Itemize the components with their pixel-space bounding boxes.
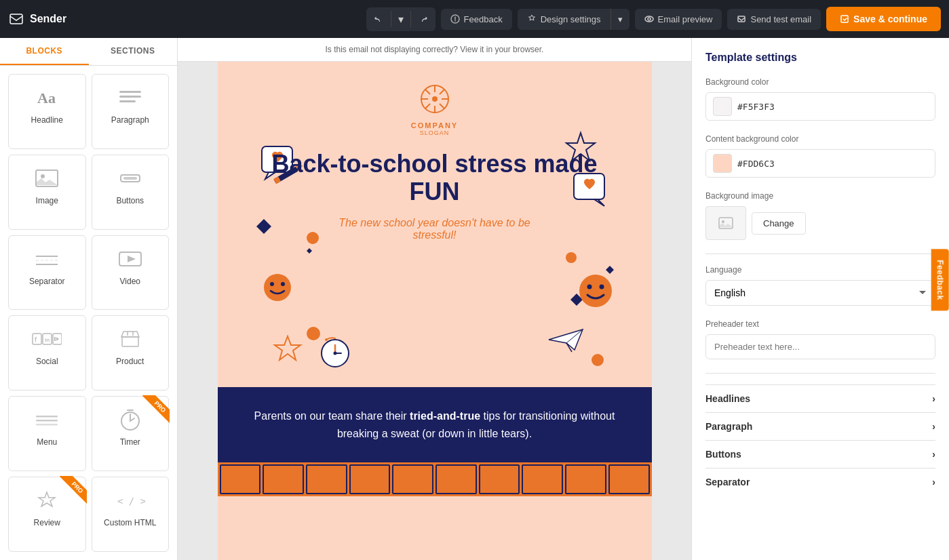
block-review[interactable]: PRO Review: [8, 477, 86, 552]
block-image[interactable]: Image: [8, 155, 86, 230]
bg-image-controls: Change: [705, 206, 935, 240]
grid-cell: [522, 464, 563, 494]
language-select[interactable]: English French German Spanish: [705, 280, 935, 306]
bg-color-label: Background color: [705, 77, 935, 87]
content-bg-color-swatch[interactable]: [713, 154, 732, 173]
svg-rect-7: [119, 91, 141, 93]
block-buttons[interactable]: Buttons: [92, 155, 170, 230]
content-bg-color-label: Content background color: [705, 134, 935, 144]
bg-image-placeholder: [705, 206, 746, 240]
section-separator[interactable]: Separator ›: [705, 468, 935, 496]
grid-cell: [220, 464, 261, 494]
separator-label: Separator: [29, 277, 65, 286]
paragraph-icon: [118, 85, 142, 110]
block-menu[interactable]: Menu: [8, 396, 86, 471]
app-name: Sender: [30, 13, 66, 25]
block-paragraph[interactable]: Paragraph: [92, 74, 170, 149]
deco-circle-3: [565, 252, 577, 266]
block-video[interactable]: Video: [92, 235, 170, 311]
save-continue-button[interactable]: Save & continue: [826, 7, 941, 31]
svg-marker-18: [128, 256, 136, 262]
design-settings-group: Design settings ▾: [518, 9, 630, 30]
section-headlines-label: Headlines: [705, 393, 750, 404]
svg-text:Aa: Aa: [37, 89, 56, 106]
redo-button[interactable]: [411, 8, 435, 30]
svg-point-11: [41, 174, 45, 178]
svg-line-40: [440, 104, 444, 108]
buttons-label: Buttons: [116, 196, 144, 205]
block-product[interactable]: Product: [92, 315, 170, 391]
svg-point-2: [645, 16, 653, 22]
block-headline[interactable]: Aa Headline: [8, 74, 86, 149]
svg-line-42: [425, 104, 430, 108]
svg-marker-24: [56, 337, 59, 341]
customhtml-label: Custom HTML: [104, 518, 156, 527]
svg-point-69: [333, 352, 336, 355]
change-bg-image-button[interactable]: Change: [752, 212, 806, 235]
email-logo-text: COMPANY: [245, 121, 625, 129]
preheader-input[interactable]: [705, 334, 935, 359]
tab-sections[interactable]: SECTIONS: [89, 38, 178, 65]
section-buttons[interactable]: Buttons ›: [705, 440, 935, 468]
preview-notice: Is this email not displaying correctly? …: [326, 45, 544, 54]
svg-rect-25: [54, 337, 56, 341]
save-continue-label: Save & continue: [853, 14, 927, 24]
feedback-sidebar-tab[interactable]: Feedback: [931, 249, 948, 311]
section-separator-label: Separator: [705, 477, 750, 487]
svg-rect-19: [33, 334, 41, 344]
undo-button[interactable]: [366, 8, 391, 30]
bg-color-swatch[interactable]: [713, 97, 732, 116]
svg-line-39: [425, 89, 430, 94]
svg-point-60: [599, 285, 604, 289]
email-hero[interactable]: COMPANY SLOGAN: [218, 62, 652, 387]
video-icon: [118, 247, 142, 271]
content-bg-color-field: Content background color #FDD6C3: [705, 134, 935, 178]
deco-circle-1: [306, 231, 319, 247]
deco-paper-plane: [547, 326, 584, 356]
content-bg-color-value: #FDD6C3: [737, 159, 775, 169]
chevron-down-icon: ›: [932, 449, 935, 460]
section-headlines[interactable]: Headlines ›: [705, 384, 935, 412]
svg-rect-28: [36, 420, 58, 422]
svg-point-70: [325, 338, 328, 341]
tab-blocks[interactable]: BLOCKS: [0, 38, 89, 65]
block-separator[interactable]: Separator: [8, 235, 86, 311]
grid-cell: [306, 464, 347, 494]
email-preview-button[interactable]: Email preview: [635, 9, 722, 30]
section-paragraph[interactable]: Paragraph ›: [705, 412, 935, 440]
preheader-field: Preheader text: [705, 319, 935, 359]
email-preview-label: Email preview: [658, 14, 713, 24]
blocks-grid: Aa Headline Paragraph Image: [0, 66, 177, 560]
svg-marker-65: [275, 336, 301, 360]
content-bg-color-input[interactable]: #FDD6C3: [705, 149, 935, 178]
block-social[interactable]: fin Social: [8, 315, 86, 391]
video-label: Video: [120, 277, 140, 286]
product-icon: [118, 327, 142, 351]
block-timer[interactable]: PRO Timer: [92, 396, 170, 471]
paragraph-label: Paragraph: [111, 115, 149, 125]
image-label: Image: [36, 196, 58, 205]
grid-cell: [479, 464, 520, 494]
dropdown-button[interactable]: ▾: [391, 7, 410, 31]
email-headline[interactable]: Back-to-school stress made FUN: [245, 150, 625, 206]
svg-line-41: [440, 89, 444, 94]
feedback-button[interactable]: Feedback: [441, 9, 512, 30]
grid-cell: [608, 464, 650, 494]
dark-text-before: Parents on our team share their: [254, 410, 410, 422]
email-subtext[interactable]: The new school year doesn't have to be s…: [333, 217, 537, 241]
svg-marker-71: [549, 329, 583, 350]
block-customhtml[interactable]: < / > Custom HTML: [92, 477, 170, 552]
design-settings-button[interactable]: Design settings: [518, 9, 611, 30]
bg-color-input[interactable]: #F5F3F3: [705, 92, 935, 121]
deco-diamond-1: [255, 218, 273, 238]
app-logo[interactable]: Sender: [8, 11, 66, 27]
grid-cell: [263, 464, 304, 494]
canvas-scroll-area[interactable]: COMPANY SLOGAN: [178, 62, 691, 560]
design-settings-dropdown[interactable]: ▾: [611, 9, 630, 30]
send-test-button[interactable]: Send test email: [727, 9, 821, 30]
email-dark-section[interactable]: Parents on our team share their tried-an…: [218, 387, 652, 462]
svg-point-34: [432, 96, 438, 102]
svg-marker-51: [256, 219, 271, 234]
separator-icon: [35, 247, 59, 271]
svg-point-59: [587, 285, 592, 289]
